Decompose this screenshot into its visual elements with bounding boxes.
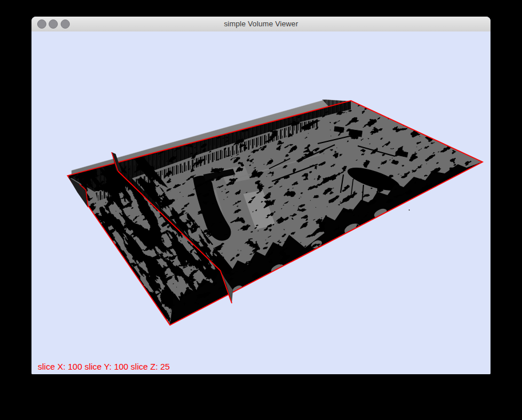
volume-scene — [31, 31, 491, 374]
titlebar[interactable]: simple Volume Viewer — [31, 17, 491, 32]
z-slice-plane — [31, 31, 491, 374]
slice-status-text: slice X: 100 slice Y: 100 slice Z: 25 — [38, 362, 170, 371]
window-title: simple Volume Viewer — [31, 17, 491, 31]
render-viewport[interactable]: slice X: 100 slice Y: 100 slice Z: 25 — [31, 31, 491, 374]
stray-voxel-dot — [409, 209, 410, 211]
app-window: simple Volume Viewer — [31, 17, 491, 374]
desktop: { "window": { "title": "simple Volume Vi… — [0, 0, 522, 420]
